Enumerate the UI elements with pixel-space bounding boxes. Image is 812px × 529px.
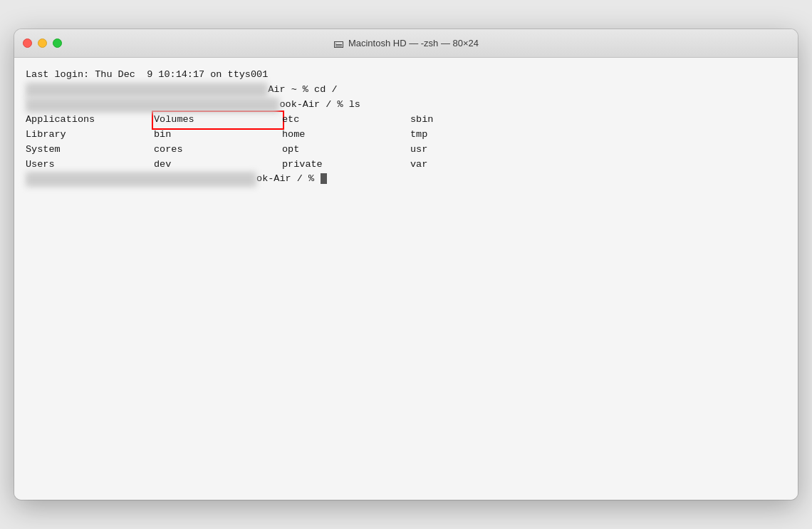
ls-item-tmp: tmp <box>410 128 538 143</box>
ls-item-usr: usr <box>410 143 538 158</box>
ls-item-home: home <box>282 128 410 143</box>
ls-item-sbin: sbin <box>410 113 538 128</box>
prompt-line: ████████████████████████████████████████… <box>26 172 786 187</box>
ls-suffix: ook-Air / % ls <box>279 99 360 110</box>
ls-item-dev: dev <box>154 158 282 173</box>
minimize-button[interactable] <box>38 38 47 48</box>
cd-command-line: ████████████████████████████████████████… <box>26 83 786 98</box>
ls-output: Applications Volumes etc sbin Library bi… <box>26 113 786 173</box>
cd-suffix: Air ~ % cd / <box>268 84 337 95</box>
ls-item-system: System <box>26 143 154 158</box>
title-text: Macintosh HD — -zsh — 80×24 <box>348 38 479 48</box>
ls-command-line: ████████████████████████████████████████… <box>26 98 786 113</box>
ls-item-var: var <box>410 158 538 173</box>
ls-item-volumes: Volumes <box>154 113 282 128</box>
ls-item-bin: bin <box>154 128 282 143</box>
title-bar: 🖴 Macintosh HD — -zsh — 80×24 <box>14 29 798 58</box>
ls-item-etc: etc <box>282 113 410 128</box>
window-title: 🖴 Macintosh HD — -zsh — 80×24 <box>333 37 479 49</box>
terminal-body[interactable]: Last login: Thu Dec 9 10:14:17 on ttys00… <box>14 58 798 500</box>
ls-item-opt: opt <box>282 143 410 158</box>
blurred-prefix-1: ████████████████████████████████████████… <box>26 83 268 98</box>
traffic-lights <box>23 38 62 48</box>
disk-icon: 🖴 <box>333 37 344 49</box>
cursor <box>321 173 327 184</box>
close-button[interactable] <box>23 38 32 48</box>
ls-item-cores: cores <box>154 143 282 158</box>
blurred-prefix-3: ████████████████████████████████████████ <box>26 172 256 187</box>
ls-item-library: Library <box>26 128 154 143</box>
last-login-line: Last login: Thu Dec 9 10:14:17 on ttys00… <box>26 68 786 83</box>
ls-item-private: private <box>282 158 410 173</box>
ls-item-applications: Applications <box>26 113 154 128</box>
prompt-suffix: ok-Air / % <box>256 173 320 184</box>
ls-item-users: Users <box>26 158 154 173</box>
maximize-button[interactable] <box>53 38 62 48</box>
terminal-window: 🖴 Macintosh HD — -zsh — 80×24 Last login… <box>14 29 798 500</box>
blurred-prefix-2: ████████████████████████████████████████… <box>26 98 279 113</box>
